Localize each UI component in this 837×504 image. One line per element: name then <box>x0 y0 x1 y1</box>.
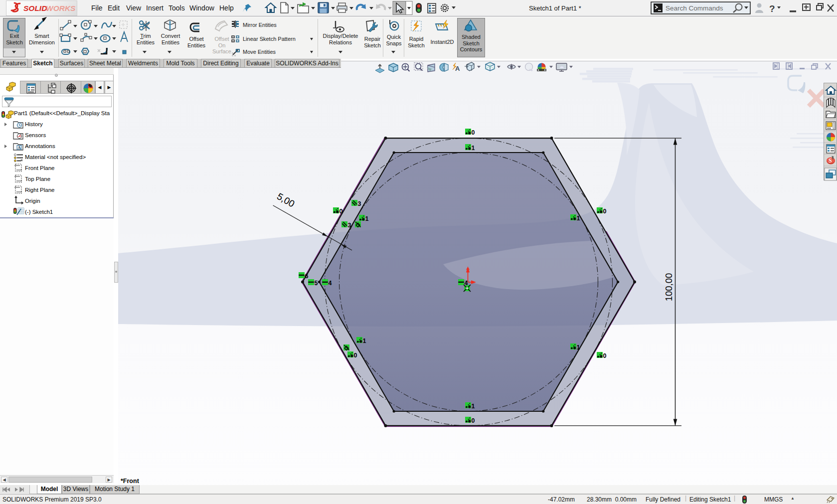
svg-text:SOLID: SOLID <box>23 4 47 12</box>
svg-text:100,00: 100,00 <box>664 273 674 302</box>
svg-text:1: 1 <box>363 337 366 344</box>
svg-text:4: 4 <box>329 280 332 287</box>
svg-text:1: 1 <box>472 145 475 152</box>
svg-text:0: 0 <box>603 352 607 359</box>
svg-text:1: 1 <box>577 344 580 351</box>
svg-text:A: A <box>18 145 21 150</box>
svg-text:1: 1 <box>365 215 369 222</box>
svg-text:WORKS: WORKS <box>46 4 76 12</box>
svg-text:5: 5 <box>315 280 318 287</box>
svg-text:3: 3 <box>358 200 361 207</box>
svg-text:3: 3 <box>348 222 351 229</box>
svg-text:Search Commands: Search Commands <box>666 4 723 12</box>
svg-text:S: S <box>829 157 832 164</box>
svg-text:1: 1 <box>577 215 580 222</box>
svg-text:0: 0 <box>354 352 357 359</box>
svg-text:0: 0 <box>603 208 607 215</box>
svg-text:A: A <box>455 65 460 72</box>
svg-text:0: 0 <box>339 208 343 215</box>
svg-text:?: ? <box>769 3 775 14</box>
svg-text:0: 0 <box>472 417 475 424</box>
svg-text:6: 6 <box>305 273 309 280</box>
svg-text:1: 1 <box>472 403 475 410</box>
svg-text:0: 0 <box>472 129 475 136</box>
